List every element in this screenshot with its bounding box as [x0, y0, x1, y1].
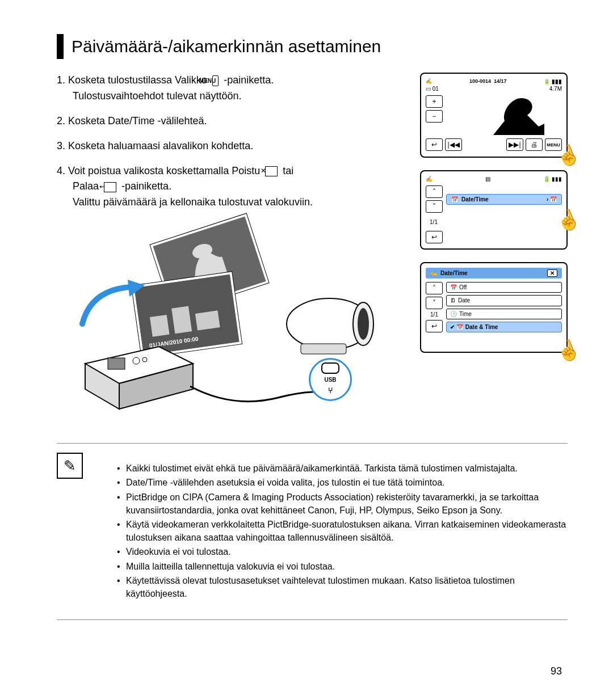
down-button[interactable]: ˅	[426, 200, 443, 213]
usb-label: USB	[324, 376, 336, 385]
preview-image	[447, 95, 562, 135]
step4-a: 4. Voit poistua valikosta koskettamalla …	[57, 165, 260, 176]
step2-a: 2. Kosketa	[57, 115, 108, 126]
note-item: PictBridge on CIPA (Camera & Imaging Pro…	[117, 491, 568, 517]
note-icon: ✎	[57, 453, 83, 479]
printer-illustration	[74, 341, 204, 415]
usb-callout: USB ⑂	[309, 358, 352, 401]
prev-button[interactable]: |◀◀	[445, 138, 462, 151]
usb-symbol-icon: ⑂	[328, 385, 333, 397]
resolution: 4.7M	[549, 86, 562, 92]
next-button[interactable]: ▶▶|	[506, 138, 523, 151]
print-button[interactable]: 🖨	[526, 138, 543, 151]
page-number: 93	[551, 665, 562, 677]
list-icon: ▤	[485, 176, 490, 182]
close-icon: ✕	[265, 166, 278, 176]
option-off[interactable]: 📅Off	[446, 282, 562, 293]
page-indicator: 1/1	[426, 216, 442, 227]
svg-point-11	[133, 357, 140, 364]
step4-d: -painiketta.	[121, 180, 171, 192]
step2-b: Date/Time	[108, 115, 154, 126]
preview-screen: ✍ 100-0014 14/17 🔋 ▮▮▮ ▭ 01 4.7M + −	[420, 73, 568, 158]
datetime-options-screen: ✍ Date/Time ✕ ˄ ˅ 1/1 ↩ 📅Off 🗓Date 🕒Time	[420, 262, 568, 353]
note-item: Videokuvia ei voi tulostaa.	[117, 545, 568, 558]
return-icon: ↩	[104, 182, 116, 192]
copies: 01	[433, 86, 439, 92]
usb-port-icon	[321, 362, 339, 374]
page-indicator: 1/1	[426, 311, 443, 318]
note-item: Date/Time -välilehden asetuksia ei voida…	[117, 476, 568, 489]
svg-rect-16	[301, 344, 346, 354]
datetime-label: Date/Time	[461, 196, 489, 203]
option-date[interactable]: 🗓Date	[446, 295, 562, 306]
up-button[interactable]: ˄	[426, 282, 443, 294]
step1-a: 1. Kosketa tulostustilassa Valikko	[57, 74, 207, 86]
note-item: Käytä videokameran verkkolaitetta PictBr…	[117, 518, 568, 544]
back-button[interactable]: ↩	[426, 231, 443, 243]
back-button[interactable]: ↩	[426, 320, 443, 332]
menu-chip-icon: MENU	[212, 75, 219, 87]
down-button[interactable]: ˅	[426, 297, 443, 309]
svg-point-12	[142, 357, 147, 362]
title-accent-bar	[57, 34, 64, 59]
file-count: 14/17	[494, 78, 507, 84]
camcorder-illustration	[278, 290, 380, 369]
up-button[interactable]: ˄	[426, 185, 443, 198]
note-item: Muilla laitteilla tallennettuja valokuvi…	[117, 560, 568, 573]
note-item: Käytettävissä olevat tulostusasetukset v…	[117, 574, 568, 600]
notes-section: ✎ Kaikki tulostimet eivät ehkä tue päivä…	[57, 443, 568, 620]
hand-icon-small: ✍	[430, 270, 437, 276]
note-list: Kaikki tulostimet eivät ehkä tue päivämä…	[94, 462, 568, 601]
step4-c: Palaa	[73, 180, 99, 192]
hand-icon-small: ✍	[426, 78, 432, 85]
svg-rect-5	[195, 311, 220, 331]
option-time[interactable]: 🕒Time	[446, 309, 562, 319]
step4-e: Valittu päivämäärä ja kellonaika tulostu…	[73, 196, 313, 208]
connection-diagram: 01/JAN/2010 00:00	[57, 227, 403, 420]
minus-button[interactable]: −	[426, 110, 443, 123]
option-date-and-time[interactable]: ✔ 📅Date & Time	[446, 322, 562, 332]
svg-rect-3	[150, 315, 170, 337]
step3: 3. Kosketa haluamaasi alavalikon kohdett…	[57, 138, 403, 154]
datetime-title: Date/Time	[440, 270, 468, 276]
back-button[interactable]: ↩	[426, 138, 443, 151]
plus-button[interactable]: +	[426, 95, 443, 108]
step4-b: tai	[283, 165, 293, 176]
svg-rect-4	[171, 306, 192, 334]
svg-point-15	[358, 308, 369, 340]
svg-rect-10	[108, 358, 125, 369]
step2-c: -välilehteä.	[154, 115, 207, 126]
datetime-menu-item[interactable]: 📅Date/Time› 📅	[446, 194, 562, 205]
file-code: 100-0014	[469, 78, 491, 84]
note-item: Kaikki tulostimet eivät ehkä tue päivämä…	[117, 462, 568, 475]
instruction-column: 1. Kosketa tulostustilassa Valikko MENU …	[57, 73, 403, 420]
step1-b: -painiketta.	[224, 74, 274, 86]
hand-icon-small: ✍	[426, 176, 433, 182]
tap-hand-icon: ☝	[553, 336, 583, 365]
page-title: Päivämäärä-/aikamerkinnän asettaminen	[72, 37, 381, 56]
arrow-icon	[74, 279, 148, 330]
close-button[interactable]: ✕	[547, 269, 557, 277]
menu-screen: ✍ ▤ 🔋 ▮▮▮ ˄ ˅ 📅Date/Time› 📅 1/1	[420, 170, 568, 250]
step1-c: Tulostusvaihtoehdot tulevat näyttöön.	[73, 90, 242, 102]
svg-marker-6	[128, 280, 145, 297]
screenshot-column: ✍ 100-0014 14/17 🔋 ▮▮▮ ▭ 01 4.7M + −	[420, 73, 568, 420]
